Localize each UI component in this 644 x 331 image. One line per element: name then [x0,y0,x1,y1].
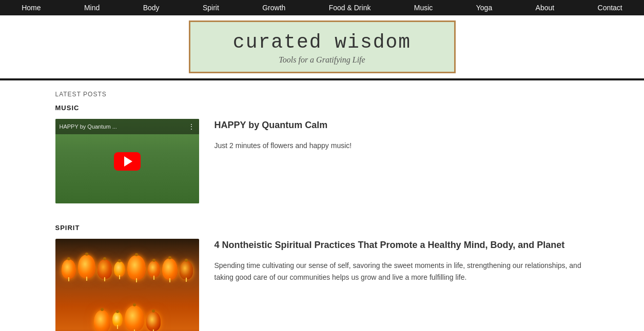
nav-food-drink[interactable]: Food & Drink [324,4,376,12]
site-subtitle: Tools for a Gratifying Life [206,55,439,65]
lantern-7 [162,258,178,280]
main-content: LATEST POSTS MUSIC HAPPY by Quantum ... … [40,80,604,331]
lantern-9 [94,310,110,331]
nav-music[interactable]: Music [409,4,438,12]
lantern-6 [148,261,160,277]
music-post-title[interactable]: HAPPY by Quantum Calm [214,119,589,132]
latest-posts-label: LATEST POSTS [55,91,589,98]
lantern-11 [125,305,144,331]
nav-body[interactable]: Body [138,4,165,12]
music-category-label: MUSIC [55,104,589,112]
nav-home[interactable]: Home [16,4,46,12]
nav-growth[interactable]: Growth [257,4,290,12]
spirit-image [55,239,199,331]
lantern-10 [112,312,123,326]
site-title: curated wisdom [206,31,439,53]
spirit-post-row: 4 Nontheistic Spiritual Practices That P… [55,239,589,323]
music-post-thumbnail[interactable]: HAPPY by Quantum ... ⋮ [55,119,199,203]
lantern-3 [97,259,112,279]
nav-yoga[interactable]: Yoga [471,4,497,12]
lantern-12 [146,312,161,331]
spirit-post-thumbnail[interactable] [55,239,199,323]
banner-box: curated wisdom Tools for a Gratifying Li… [189,20,456,73]
youtube-embed[interactable]: HAPPY by Quantum ... ⋮ [55,119,199,203]
spirit-post-title[interactable]: 4 Nontheistic Spiritual Practices That P… [214,239,589,252]
lantern-2 [78,255,95,278]
lantern-5 [127,255,146,280]
youtube-options-icon[interactable]: ⋮ [188,122,195,131]
nav-contact[interactable]: Contact [593,4,628,12]
lantern-8 [180,261,193,279]
header-banner: curated wisdom Tools for a Gratifying Li… [0,15,644,78]
nav-spirit[interactable]: Spirit [198,4,224,12]
lantern-1 [62,259,76,279]
youtube-title: HAPPY by Quantum ... [60,123,117,130]
spirit-post-info: 4 Nontheistic Spiritual Practices That P… [214,239,589,283]
spirit-category-label: SPIRIT [55,224,589,232]
spirit-section: SPIRIT [55,224,589,323]
youtube-top-bar: HAPPY by Quantum ... ⋮ [55,119,199,134]
music-post-excerpt: Just 2 minutes of flowers and happy musi… [214,140,589,151]
youtube-play-button[interactable] [114,152,141,171]
nav-about[interactable]: About [531,4,560,12]
music-section: MUSIC HAPPY by Quantum ... ⋮ HAPPY by Qu… [55,104,589,203]
music-post-row: HAPPY by Quantum ... ⋮ HAPPY by Quantum … [55,119,589,203]
nav-mind[interactable]: Mind [79,4,105,12]
lantern-4 [114,261,125,277]
music-post-info: HAPPY by Quantum Calm Just 2 minutes of … [214,119,589,152]
spirit-post-excerpt: Spending time cultivating our sense of s… [214,260,589,283]
main-nav: Home Mind Body Spirit Growth Food & Drin… [0,0,644,15]
lanterns-decoration [55,239,199,331]
